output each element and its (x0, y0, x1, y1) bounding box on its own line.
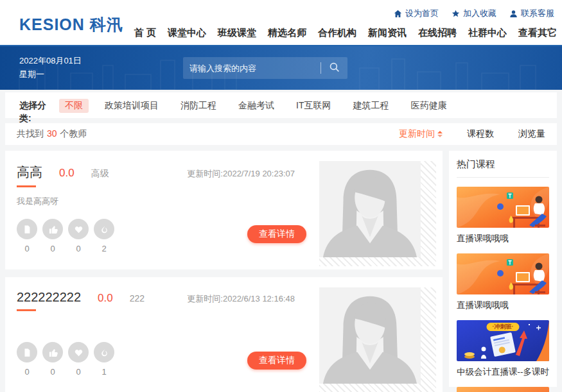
search-icon (329, 62, 340, 74)
search-input[interactable] (189, 64, 314, 73)
set-homepage-link[interactable]: 设为首页 (394, 8, 439, 19)
stat-popularity-count: 2 (101, 244, 106, 253)
course-thumbnail[interactable] (457, 253, 549, 294)
stat-courses: 0 (17, 342, 37, 377)
course-caption[interactable]: 直播课哦哦哦 (457, 232, 549, 244)
user-icon (509, 10, 518, 18)
course-item[interactable] (457, 387, 549, 392)
results-bar: 共找到30个教师 更新时间 课程数 浏览量 (5, 123, 557, 145)
teacher-avatar[interactable] (319, 287, 436, 392)
home-icon (394, 10, 402, 18)
nav-item-classroom-center[interactable]: 课堂中心 (168, 27, 206, 39)
course-item[interactable]: 直播课哦哦哦 (457, 187, 549, 244)
thumbs-up-icon (42, 219, 63, 239)
name-underline (17, 185, 36, 187)
heart-icon (68, 219, 89, 239)
category-filter-bar: 选择分类: 不限 政策培训项目 消防工程 金融考试 IT互联网 建筑工程 医药健… (5, 92, 557, 118)
teacher-level: 222 (130, 293, 145, 303)
filter-chip-policy-training[interactable]: 政策培训项目 (99, 99, 164, 113)
star-icon (452, 10, 460, 18)
date-text: 2022年08月01日 (19, 54, 82, 67)
sort-options: 更新时间 课程数 浏览量 (399, 128, 545, 140)
filter-chip-finance-exam[interactable]: 金融考试 (233, 99, 280, 113)
heart-icon (68, 342, 89, 362)
page: KESION 科汛 设为首页 加入收藏 联系客服 (0, 0, 562, 392)
course-caption[interactable]: 中级会计直播课--多课时 (457, 366, 549, 378)
hot-courses-sidebar: 热门课程 (449, 151, 557, 387)
banner-date: 2022年08月01日 星期一 (19, 54, 82, 81)
search-divider (321, 62, 321, 74)
flame-icon (94, 219, 114, 239)
filter-chip-all[interactable]: 不限 (59, 99, 89, 113)
nav-item-community[interactable]: 社群中心 (468, 27, 507, 39)
stat-courses: 0 (17, 219, 37, 253)
teacher-list: 高高 0.0 高级 更新时间:2022/7/19 20:23:07 我是高高呀 … (5, 151, 443, 392)
search-box (183, 57, 347, 79)
results-count-number: 30 (47, 128, 57, 139)
teacher-updated-time: 更新时间:2022/7/19 20:23:07 (187, 168, 295, 180)
course-thumbnail[interactable]: ·冲刺班· (457, 320, 549, 361)
teacher-name[interactable]: 高高 (17, 164, 42, 181)
add-favorite-label: 加入收藏 (463, 8, 496, 19)
sort-arrows-icon (437, 131, 443, 137)
name-underline (17, 309, 36, 311)
results-count-suffix: 个教师 (60, 128, 87, 139)
course-item[interactable]: 直播课哦哦哦 (457, 253, 549, 311)
course-thumbnail[interactable] (457, 387, 549, 392)
add-favorite-link[interactable]: 加入收藏 (452, 8, 496, 19)
nav-item-more[interactable]: 查看其它 (518, 27, 557, 39)
view-details-button[interactable]: 查看详情 (247, 352, 306, 370)
contact-service-link[interactable]: 联系客服 (509, 8, 554, 19)
nav-item-home[interactable]: 首 页 (134, 27, 156, 39)
filter-chip-construction[interactable]: 建筑工程 (347, 99, 394, 113)
stat-courses-count: 0 (24, 367, 29, 377)
teacher-rating: 0.0 (59, 167, 75, 180)
nav-item-news[interactable]: 新闻资讯 (368, 27, 407, 39)
filter-chips: 不限 政策培训项目 消防工程 金融考试 IT互联网 建筑工程 医药健康 (59, 99, 452, 113)
teacher-rating: 0.0 (98, 292, 113, 305)
teacher-name[interactable]: 222222222 (17, 290, 81, 305)
flame-icon (94, 342, 114, 362)
main-content: 高高 0.0 高级 更新时间:2022/7/19 20:23:07 我是高高呀 … (5, 151, 557, 392)
nav-item-partners[interactable]: 合作机构 (318, 27, 356, 39)
filter-chip-it-internet[interactable]: IT互联网 (290, 99, 337, 113)
stat-favorites-count: 0 (76, 367, 80, 377)
results-count: 共找到30个教师 (17, 128, 87, 140)
site-logo[interactable]: KESION 科汛 (19, 14, 123, 35)
teacher-updated-time: 更新时间:2022/6/13 12:16:48 (187, 293, 295, 305)
teacher-card: 高高 0.0 高级 更新时间:2022/7/19 20:23:07 我是高高呀 … (5, 151, 443, 269)
doc-icon (17, 219, 37, 239)
course-thumbnail[interactable] (457, 187, 549, 228)
stat-favorites: 0 (68, 219, 89, 253)
set-homepage-label: 设为首页 (405, 8, 439, 19)
stat-likes: 0 (42, 342, 63, 377)
filter-chip-fire-engineering[interactable]: 消防工程 (175, 99, 222, 113)
sort-update-time-label: 更新时间 (399, 128, 435, 140)
stat-popularity: 1 (94, 342, 114, 377)
course-badge: ·冲刺班· (487, 323, 520, 331)
doc-icon (17, 342, 37, 362)
teacher-avatar[interactable] (319, 161, 436, 266)
teacher-level: 高级 (91, 168, 109, 180)
stat-favorites: 0 (68, 342, 89, 377)
banner: 2022年08月01日 星期一 (0, 46, 562, 90)
nav-item-jobs[interactable]: 在线招聘 (418, 27, 457, 39)
utility-links: 设为首页 加入收藏 联系客服 (394, 8, 554, 19)
thumbs-up-icon (42, 342, 63, 362)
course-item[interactable]: ·冲刺班· 中级会计直播课--多课时 (457, 320, 549, 378)
contact-service-label: 联系客服 (521, 8, 554, 19)
view-details-button[interactable]: 查看详情 (247, 225, 306, 243)
stat-popularity: 2 (94, 219, 114, 253)
nav-item-class-course[interactable]: 班级课堂 (218, 27, 256, 39)
filter-chip-medical-health[interactable]: 医药健康 (405, 99, 452, 113)
course-caption[interactable]: 直播课哦哦哦 (457, 299, 549, 311)
nav-item-featured-teachers[interactable]: 精选名师 (268, 27, 306, 39)
filter-label: 选择分类: (19, 99, 55, 124)
stat-likes-count: 0 (50, 244, 55, 253)
teacher-card: 222222222 0.0 222 更新时间:2022/6/13 12:16:4… (5, 277, 443, 392)
sort-by-course-count[interactable]: 课程数 (467, 128, 494, 140)
sort-by-views[interactable]: 浏览量 (518, 128, 545, 140)
stat-courses-count: 0 (24, 244, 29, 253)
search-button[interactable] (328, 60, 341, 76)
sort-by-update-time[interactable]: 更新时间 (399, 128, 443, 140)
